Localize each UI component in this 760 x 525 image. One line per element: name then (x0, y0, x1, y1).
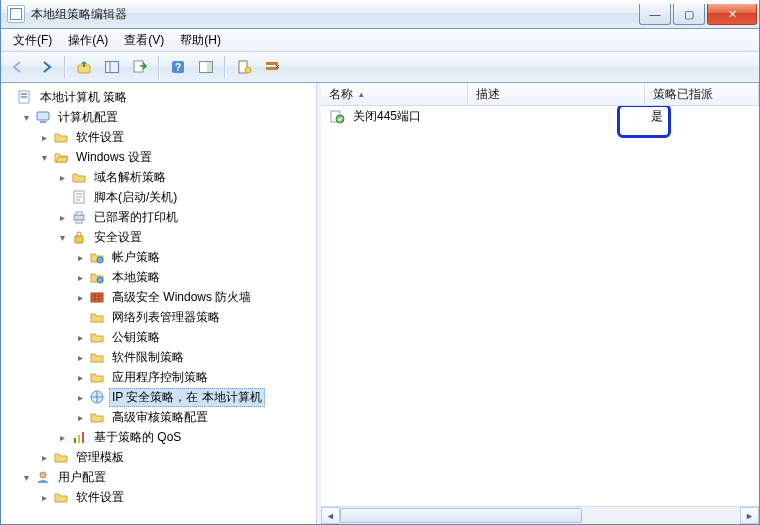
list-item[interactable]: 关闭445端口 是 (321, 106, 759, 126)
column-headers: 名称▴ 描述 策略已指派 (321, 83, 759, 106)
tree-label: 域名解析策略 (91, 168, 169, 187)
svg-rect-1 (106, 62, 119, 73)
policy-folder-icon (89, 249, 105, 265)
expander-icon[interactable]: ▸ (55, 430, 69, 444)
sort-asc-icon: ▴ (359, 89, 364, 99)
expander-icon[interactable]: ▸ (73, 250, 87, 264)
security-icon (71, 229, 87, 245)
tree-item-adv-audit[interactable]: ▸高级审核策略配置 (73, 407, 316, 427)
tree-item-software-settings[interactable]: ▸ 软件设置 (37, 127, 316, 147)
policy-folder-icon (89, 269, 105, 285)
tree-item-scripts[interactable]: ▸脚本(启动/关机) (55, 187, 316, 207)
tree-item-qos[interactable]: ▸基于策略的 QoS (55, 427, 316, 447)
svg-rect-19 (76, 212, 82, 215)
scroll-right-button[interactable]: ► (740, 507, 759, 524)
tree-item-name-resolution[interactable]: ▸域名解析策略 (55, 167, 316, 187)
tree-item-user-software-settings[interactable]: ▸软件设置 (37, 487, 316, 507)
expander-icon[interactable]: ▸ (73, 390, 87, 404)
menubar: 文件(F) 操作(A) 查看(V) 帮助(H) (1, 29, 759, 52)
show-hide-tree-button[interactable] (99, 54, 125, 80)
tree-item-account-policies[interactable]: ▸帐户策略 (73, 247, 316, 267)
expander-icon[interactable]: ▸ (37, 450, 51, 464)
folder-icon (53, 129, 69, 145)
col-desc[interactable]: 描述 (468, 83, 645, 105)
toolbar-separator (158, 56, 160, 78)
tree-label: Windows 设置 (73, 148, 155, 167)
col-name[interactable]: 名称▴ (321, 83, 468, 105)
create-policy-button[interactable] (231, 54, 257, 80)
tree-item-deployed-printers[interactable]: ▸已部署的打印机 (55, 207, 316, 227)
expander-icon[interactable]: ▸ (37, 130, 51, 144)
tree-item-local-policies[interactable]: ▸本地策略 (73, 267, 316, 287)
expander-icon[interactable]: ▸ (73, 270, 87, 284)
qos-icon (71, 429, 87, 445)
tree-pane[interactable]: ▸ 本地计算机 策略 ▾ 计算机配置 (1, 83, 317, 524)
svg-rect-14 (21, 96, 27, 98)
folder-icon (89, 409, 105, 425)
scroll-track[interactable] (340, 508, 740, 523)
back-button[interactable] (5, 54, 31, 80)
tree-item-pubkey-policies[interactable]: ▸公钥策略 (73, 327, 316, 347)
tree-item-ipsec[interactable]: ▸IP 安全策略，在 本地计算机 (73, 387, 316, 407)
menu-action[interactable]: 操作(A) (60, 30, 116, 51)
scroll-left-button[interactable]: ◄ (321, 507, 340, 524)
tree-label: 公钥策略 (109, 328, 163, 347)
svg-rect-10 (266, 62, 278, 65)
user-icon (35, 469, 51, 485)
expander-icon[interactable]: ▸ (73, 290, 87, 304)
horizontal-scrollbar[interactable]: ◄ ► (321, 506, 759, 524)
expander-icon[interactable]: ▸ (73, 410, 87, 424)
tree-label: 本地策略 (109, 268, 163, 287)
expander-icon[interactable]: ▾ (37, 150, 51, 164)
expander-icon[interactable]: ▾ (55, 230, 69, 244)
tree-root[interactable]: ▸ 本地计算机 策略 (1, 87, 316, 107)
tree-item-appctrl[interactable]: ▸应用程序控制策略 (73, 367, 316, 387)
tree-item-security-settings[interactable]: ▾ 安全设置 (55, 227, 316, 247)
folder-up-icon (76, 59, 92, 75)
menu-help[interactable]: 帮助(H) (172, 30, 229, 51)
folder-icon (89, 369, 105, 385)
tree-item-admin-templates[interactable]: ▸管理模板 (37, 447, 316, 467)
expander-icon[interactable]: ▾ (19, 110, 33, 124)
action-pane-icon (198, 59, 214, 75)
col-assigned[interactable]: 策略已指派 (645, 83, 759, 105)
tree-label: 管理模板 (73, 448, 127, 467)
tree-label: 软件限制策略 (109, 348, 187, 367)
expander-icon[interactable]: ▸ (37, 490, 51, 504)
scroll-thumb[interactable] (340, 508, 582, 523)
action-pane-button[interactable] (193, 54, 219, 80)
minimize-button[interactable]: — (639, 4, 671, 25)
export-list-button[interactable] (127, 54, 153, 80)
up-button[interactable] (71, 54, 97, 80)
tree-item-nlm-policies[interactable]: ▸网络列表管理器策略 (73, 307, 316, 327)
expander-icon[interactable]: ▸ (73, 330, 87, 344)
svg-point-22 (97, 257, 103, 263)
tree-item-adv-firewall[interactable]: ▸高级安全 Windows 防火墙 (73, 287, 316, 307)
svg-point-29 (40, 472, 46, 478)
expander-icon[interactable]: ▸ (73, 370, 87, 384)
tree-item-windows-settings[interactable]: ▾ Windows 设置 (37, 147, 316, 167)
window-buttons: — ▢ ✕ (637, 4, 757, 24)
expander-icon[interactable]: ▸ (55, 170, 69, 184)
svg-rect-18 (74, 215, 84, 220)
menu-view[interactable]: 查看(V) (116, 30, 172, 51)
manage-filters-button[interactable] (259, 54, 285, 80)
tree-item-sw-restrict[interactable]: ▸软件限制策略 (73, 347, 316, 367)
tree-label: 网络列表管理器策略 (109, 308, 223, 327)
expander-icon[interactable]: ▸ (55, 210, 69, 224)
tree-item-computer-config[interactable]: ▾ 计算机配置 (19, 107, 316, 127)
maximize-button[interactable]: ▢ (673, 4, 705, 25)
expander-icon[interactable]: ▾ (19, 470, 33, 484)
tree-item-user-config[interactable]: ▾ 用户配置 (19, 467, 316, 487)
app-icon (7, 5, 25, 23)
tree-label: 计算机配置 (55, 108, 121, 127)
firewall-icon (89, 289, 105, 305)
help-button[interactable]: ? (165, 54, 191, 80)
tree-label: 已部署的打印机 (91, 208, 181, 227)
expander-icon[interactable]: ▸ (73, 350, 87, 364)
list-view[interactable]: 关闭445端口 是 (321, 106, 759, 506)
folder-icon (53, 449, 69, 465)
forward-button[interactable] (33, 54, 59, 80)
menu-file[interactable]: 文件(F) (5, 30, 60, 51)
close-button[interactable]: ✕ (707, 4, 757, 25)
